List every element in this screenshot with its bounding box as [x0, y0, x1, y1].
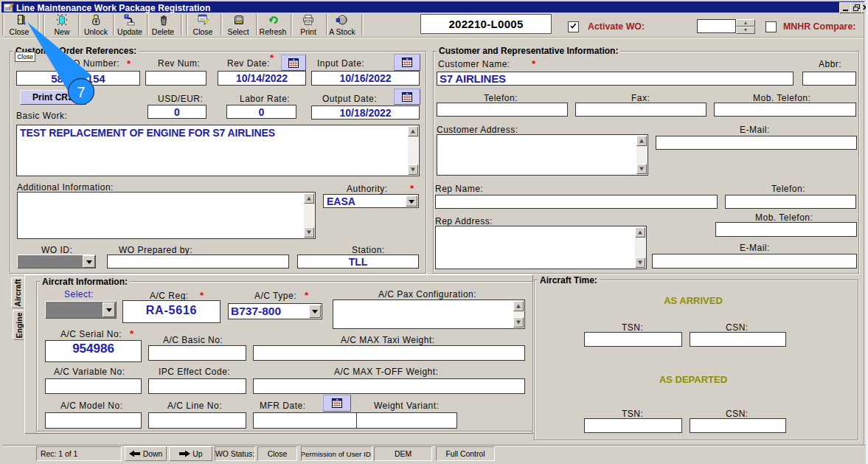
svg-text:7: 7: [77, 84, 86, 100]
